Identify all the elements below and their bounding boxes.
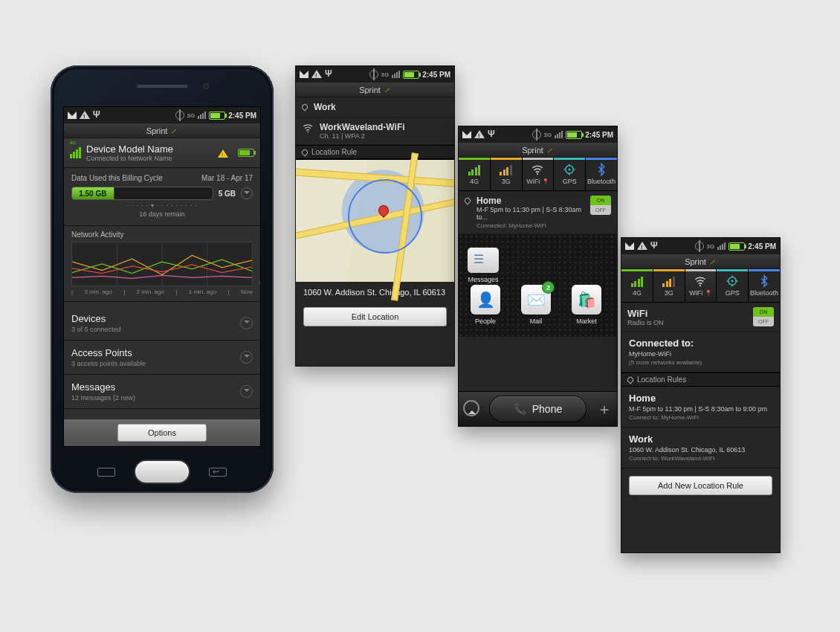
status-bar: 3G2:45 PM	[296, 66, 454, 83]
dock: 📞 Phone ＋	[459, 391, 617, 426]
usb-icon	[325, 70, 332, 79]
home-wallpaper: ☰ Messages 👤 People ✉️2 Mail 🛍️ Market	[459, 234, 617, 337]
wifi-icon	[685, 274, 717, 289]
expand-data-icon[interactable]	[241, 187, 253, 199]
home-rule-title: Home	[476, 196, 590, 206]
tab-bluetooth[interactable]: Bluetooth	[749, 269, 780, 302]
screen-location-edit: 3G2:45 PM Sprint⟋ Work WorkWaveland-WiFi…	[295, 65, 455, 367]
footer-bar: Options	[64, 419, 260, 446]
gps-icon	[695, 242, 704, 251]
carrier-bar: Sprint⟋	[296, 83, 454, 97]
list-item[interactable]: Devices3 of 5 connected	[64, 306, 260, 341]
tab-4g[interactable]: 4G	[621, 269, 653, 302]
tab-wifi[interactable]: WiFi 📍	[523, 158, 555, 190]
alert-icon[interactable]	[218, 144, 228, 158]
front-camera	[203, 83, 209, 89]
location-rule-item[interactable]: Work 1060 W. Addison St. Chicago, IL 606…	[621, 428, 780, 468]
clock: 2:45 PM	[585, 131, 613, 139]
location-name: Work	[314, 102, 336, 112]
tab-3g[interactable]: 3G	[491, 158, 523, 190]
sprint-swoosh-icon: ⟋	[169, 126, 178, 135]
network-activity-block: Network Activity x kB 0 kB |3 min. ago|2…	[64, 226, 260, 302]
device-header: 4G Device Model Name Connected to Networ…	[64, 138, 260, 168]
mail-badge: 2	[543, 282, 554, 293]
data-usage-label: Data Used this Billing Cycle	[71, 174, 163, 182]
add-location-rule-button[interactable]: Add New Location Rule	[629, 476, 772, 495]
list-item[interactable]: Messages12 messages (2 new)	[64, 375, 260, 409]
recent-softkey[interactable]	[97, 468, 115, 477]
battery-icon	[209, 112, 225, 120]
home-rule-toggle[interactable]: ONOFF	[590, 196, 611, 215]
carrier-name: Sprint	[146, 126, 168, 135]
home-button[interactable]	[135, 461, 189, 483]
app-people[interactable]: 👤 People	[469, 285, 502, 325]
wifi-status: Radio is ON	[627, 319, 753, 326]
options-button[interactable]: Options	[117, 424, 207, 442]
back-softkey[interactable]	[209, 468, 227, 477]
earpiece	[136, 84, 188, 88]
location-map[interactable]	[296, 159, 454, 282]
warning-icon	[80, 106, 90, 119]
app-market[interactable]: 🛍️ Market	[570, 285, 603, 325]
svg-point-9	[731, 280, 734, 283]
geofence-circle	[348, 179, 422, 254]
tab-bluetooth[interactable]: Bluetooth	[586, 158, 617, 190]
tab-gps[interactable]: GPS	[554, 158, 586, 190]
warning-icon	[311, 65, 322, 78]
location-rule-item[interactable]: Home M-F 5pm to 11:30 pm | S-S 8:30am to…	[621, 387, 780, 428]
wifi-ssid: WorkWaveland-WiFi	[320, 122, 405, 132]
section-location-rule: Location Rule	[296, 145, 454, 159]
tab-3g[interactable]: 3G	[653, 269, 685, 302]
edit-location-button[interactable]: Edit Location	[303, 307, 447, 326]
device-battery-icon	[238, 149, 254, 157]
tab-gps[interactable]: GPS	[717, 269, 749, 302]
phone-device: 3G 2:45 PM Sprint⟋ 4G Device Model Name …	[51, 65, 274, 493]
clock: 2:45 PM	[748, 242, 776, 251]
wifi-radio-row[interactable]: WiFi Radio is ON ONOFF	[621, 303, 780, 332]
connectivity-tabs: 4G 3G WiFi 📍 GPS Bluetooth	[459, 158, 617, 191]
phone-icon: 📞	[514, 403, 526, 415]
device-subtitle: Connected to Network Name	[86, 155, 173, 162]
home-rule-connected: Connected: MyHome-WiFi	[476, 222, 590, 229]
mail-icon	[625, 242, 634, 250]
wifi-toggle[interactable]: ONOFF	[753, 307, 774, 326]
signal-icon	[555, 131, 563, 138]
connected-block[interactable]: Connected to: MyHome-WiFi (5 more networ…	[621, 332, 780, 373]
usb-icon	[93, 111, 100, 120]
clock: 2:45 PM	[228, 112, 256, 120]
list-item[interactable]: Access Points3 access points available	[64, 341, 260, 375]
phone-button[interactable]: 📞 Phone	[490, 396, 586, 422]
4g-icon	[621, 274, 653, 289]
home-rule-row[interactable]: Home M-F 5pm to 11:30 pm | S-S 8:30am to…	[459, 191, 617, 234]
screen-wifi-rules: 3G2:45 PM Sprint⟋ 4G 3G WiFi 📍 GPS	[621, 237, 781, 553]
location-row[interactable]: Work	[296, 97, 454, 117]
pin-icon	[300, 148, 308, 156]
chevron-down-icon	[240, 385, 253, 398]
tab-4g[interactable]: 4G	[459, 158, 491, 190]
svg-point-6	[569, 169, 571, 171]
gps-icon	[532, 130, 541, 139]
gps-icon	[369, 70, 378, 79]
network-chart: x kB 0 kB	[71, 242, 253, 286]
meter-ticks: · · · · · ▾ · · · · · · · · ·	[71, 202, 253, 209]
usb-icon	[488, 130, 495, 139]
chart-x-labels: |3 min. ago|2 min. ago|1 min. ago|Now	[71, 288, 253, 295]
data-meter: 1.50 GB	[71, 187, 213, 200]
signal-icon	[198, 112, 206, 119]
chevron-down-icon	[240, 351, 253, 364]
dock-add-button[interactable]: ＋	[592, 399, 617, 419]
svg-point-4	[537, 173, 538, 175]
connectivity-tabs: 4G 3G WiFi 📍 GPS Bluetooth	[621, 269, 780, 303]
section-location-rules: Location Rules	[621, 373, 780, 387]
data-cap: 5 GB	[219, 190, 236, 198]
app-drawer-button[interactable]	[459, 400, 484, 418]
chart-y-bot: 0 kB	[259, 279, 261, 286]
app-mail[interactable]: ✉️2 Mail	[520, 285, 552, 325]
bluetooth-icon	[749, 274, 780, 289]
svg-point-7	[700, 285, 701, 286]
battery-icon	[566, 131, 582, 139]
carrier-bar: Sprint⟋	[64, 123, 260, 138]
signal-icon	[717, 242, 726, 250]
tab-wifi[interactable]: WiFi 📍	[685, 269, 717, 302]
wifi-row[interactable]: WorkWaveland-WiFi Ch. 11 | WPA 2	[296, 117, 454, 145]
